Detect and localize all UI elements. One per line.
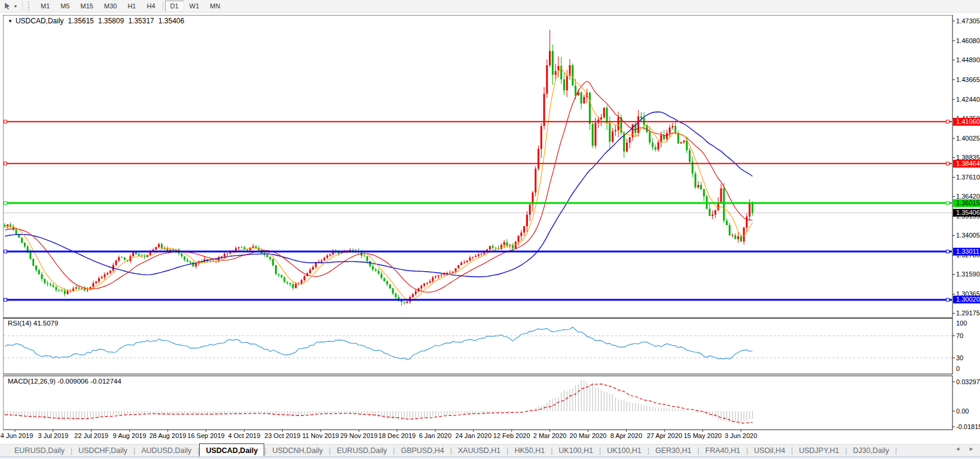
macd-label: MACD(12,26,9) -0.009006 -0.012744 [8, 378, 121, 385]
price-axis-tick: 1.43665 [956, 76, 980, 84]
tab-separator: | [895, 446, 897, 455]
time-axis-label: 9 Aug 2019 [113, 432, 146, 439]
toolbar-grip[interactable] [28, 2, 32, 10]
bottom-edge-strip [0, 457, 980, 459]
time-axis-label: 8 Apr 2020 [610, 432, 642, 439]
chart-tab-usoil-h4[interactable]: USOil,H4 [748, 445, 791, 456]
rsi-axis-tick: 100 [956, 320, 980, 327]
cursor-tool-icon[interactable] [2, 1, 13, 11]
rsi-label: RSI(14) 41.5079 [8, 320, 58, 327]
time-axis-label: 18 Dec 2019 [378, 432, 416, 439]
macd-axis-tick: 0.00 [956, 408, 980, 415]
time-axis-label: 27 Apr 2020 [647, 432, 682, 439]
ohlc-close: 1.35406 [158, 17, 184, 25]
time-axis-label: 20 Mar 2020 [570, 432, 607, 439]
time-axis-label: 15 May 2020 [683, 432, 722, 439]
timeframe-button-w1[interactable]: W1 [184, 1, 205, 11]
rsi-axis-tick: 0 [956, 365, 980, 373]
price-axis-tick: 1.44890 [956, 56, 980, 64]
chart-tab-usdcnh-daily[interactable]: USDCNH,Daily [266, 445, 329, 456]
timeframe-button-d1[interactable]: D1 [165, 1, 184, 11]
price-axis-tick: 1.40025 [956, 135, 980, 142]
chart-tab-uk100-h1[interactable]: UK100,H1 [552, 445, 599, 456]
price-axis-tick: 1.47305 [956, 17, 980, 25]
time-axis-label: 24 Jan 2020 [456, 432, 492, 439]
timeframe-button-h4[interactable]: H4 [141, 1, 160, 11]
ohlc-low: 1.35317 [128, 17, 154, 25]
chart-tab-eurusd-daily[interactable]: EURUSD,Daily [8, 445, 71, 456]
chart-tab-usdjpy-h1[interactable]: USDJPY,H1 [793, 445, 845, 456]
chart-tab-gbpusd-h4[interactable]: GBPUSD,H4 [395, 445, 450, 456]
ohlc-high: 1.35809 [98, 17, 124, 25]
time-axis-label: 11 Nov 2019 [302, 432, 339, 439]
current-price-label: 1.35406 [953, 209, 980, 217]
time-axis-label: 22 Jul 2019 [74, 432, 108, 439]
timeframe-button-h1[interactable]: H1 [122, 1, 141, 11]
price-axis-tick: 1.42440 [956, 96, 980, 104]
price-axis-tick: 1.29175 [956, 309, 980, 317]
chart-symbol-label: USDCAD,Daily [16, 17, 64, 25]
price-axis-tick: 1.37610 [956, 174, 980, 181]
timeframe-buttons: M1M5M15M30H1H4D1W1MN [35, 1, 225, 11]
time-axis-label: 6 Jan 2020 [419, 432, 451, 439]
level-price-label: 1.41060 [953, 118, 980, 126]
time-axis-label: 2 Mar 2020 [533, 432, 567, 439]
time-axis-label: 4 Oct 2019 [228, 432, 260, 439]
chart-tab-dj30-daily[interactable]: DJ30,Daily [847, 445, 895, 456]
tab-scroll-right-icon[interactable]: ► [969, 446, 974, 452]
tab-scroll-left-icon[interactable]: ◄ [955, 446, 960, 452]
cursor-tool-caret-icon[interactable]: ▾ [14, 4, 17, 9]
time-axis-label: 16 Sep 2019 [187, 432, 224, 439]
level-price-label: 1.30020 [953, 296, 980, 303]
chart-tab-bar: EURUSD,Daily|USDCHF,Daily|AUDUSD,Daily|U… [0, 444, 980, 457]
chart-tab-usdcad-daily[interactable]: USDCAD,Daily [199, 443, 264, 457]
price-axis-tick: 1.46080 [956, 37, 980, 45]
level-price-label: 1.33011 [953, 248, 980, 256]
level-price-label: 1.38464 [953, 160, 980, 168]
time-axis-label: 12 Feb 2020 [493, 432, 530, 439]
toolbar-separator [22, 2, 23, 10]
chart-tab-usdchf-daily[interactable]: USDCHF,Daily [72, 445, 133, 456]
tab-scroll-buttons: ◄ ► [955, 446, 974, 452]
level-price-label: 1.36015 [953, 199, 980, 207]
time-axis-label: 3 Jun 2020 [725, 432, 757, 439]
chart-dropdown-icon[interactable]: ▼ [8, 19, 13, 24]
ohlc-open: 1.35615 [68, 17, 94, 25]
time-axis-label: 3 Jul 2019 [38, 432, 69, 439]
chart-header: ▼USDCAD,Daily1.356151.358091.353171.3540… [8, 17, 184, 25]
chart-tab-xauusd-h1[interactable]: XAUUSD,H1 [452, 445, 507, 456]
chart-tab-fra40-h1[interactable]: FRA40,H1 [700, 445, 746, 456]
chart-tab-audusd-daily[interactable]: AUDUSD,Daily [135, 445, 197, 456]
chart-tab-ger30-h1[interactable]: GER30,H1 [649, 445, 697, 456]
time-axis-label: 29 Nov 2019 [340, 432, 377, 439]
price-axis-tick: 1.34005 [956, 232, 980, 239]
chart-tab-uk100-h1[interactable]: UK100,H1 [601, 445, 648, 456]
time-axis-label: 23 Oct 2019 [264, 432, 300, 439]
timeframe-button-m30[interactable]: M30 [99, 1, 122, 11]
timeframe-button-mn[interactable]: MN [204, 1, 225, 11]
price-axis-tick: 1.31590 [956, 270, 980, 278]
time-axis-label: 14 Jun 2019 [0, 432, 33, 439]
timeframe-button-m1[interactable]: M1 [35, 1, 55, 11]
time-axis-label: 28 Aug 2019 [149, 432, 187, 439]
timeframe-button-m5[interactable]: M5 [55, 1, 75, 11]
price-chart[interactable] [3, 15, 980, 443]
trading-platform-window: { "toolbar": { "timeframes": ["M1","M5",… [0, 0, 980, 459]
chart-tab-hk50-h1[interactable]: HK50,H1 [508, 445, 551, 456]
timeframe-toolbar: ▾ M1M5M15M30H1H4D1W1MN [0, 0, 980, 13]
rsi-axis-tick: 30 [956, 354, 980, 362]
rsi-axis-tick: 70 [956, 332, 980, 340]
up-candles [7, 30, 750, 304]
timeframe-button-m15[interactable]: M15 [75, 1, 99, 11]
macd-axis-tick: -0.018154 [956, 423, 980, 431]
toolbar-separator [163, 2, 163, 10]
chart-tab-eurusd-daily[interactable]: EURUSD,Daily [331, 445, 393, 456]
macd-axis-tick: 0.032972 [956, 378, 980, 386]
